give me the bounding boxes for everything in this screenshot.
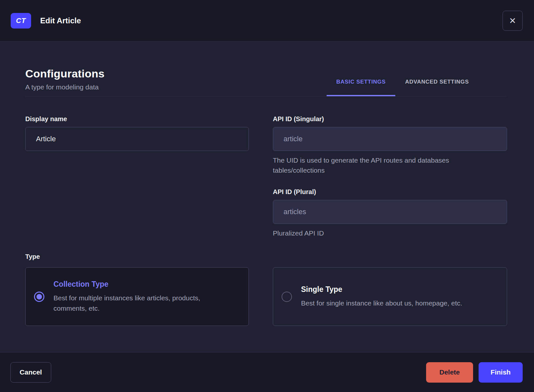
cancel-button[interactable]: Cancel <box>10 362 51 383</box>
type-label: Type <box>25 253 507 260</box>
api-id-singular-hint: The UID is used to generate the API rout… <box>273 155 482 175</box>
api-id-plural-field: API ID (Plural) Pluralized API ID <box>273 188 507 238</box>
close-button[interactable]: ✕ <box>503 11 523 31</box>
modal-header: CT Edit Article ✕ <box>0 0 534 41</box>
display-name-label: Display name <box>25 115 249 123</box>
display-name-field: Display name <box>25 115 249 238</box>
type-options: Collection Type Best for multiple instan… <box>25 267 507 326</box>
tab-basic-settings[interactable]: BASIC SETTINGS <box>327 73 395 96</box>
radio-selected-icon[interactable] <box>34 292 44 302</box>
single-type-description: Best for single instance like about us, … <box>301 298 462 308</box>
content-type-badge-icon: CT <box>11 13 31 29</box>
close-icon: ✕ <box>509 17 516 25</box>
option-text: Single Type Best for single instance lik… <box>301 285 462 308</box>
heading-row: Configurations A type for modeling data … <box>25 67 507 97</box>
modal-title: Edit Article <box>40 16 81 25</box>
api-id-plural-input <box>273 200 507 224</box>
modal-footer: Cancel Delete Finish <box>0 352 534 392</box>
api-id-plural-label: API ID (Plural) <box>273 188 507 196</box>
delete-button[interactable]: Delete <box>426 362 473 383</box>
page-subtitle: A type for modeling data <box>25 83 105 91</box>
collection-type-description: Best for multiple instances like article… <box>53 293 235 314</box>
configuration-form: Display name API ID (Singular) The UID i… <box>25 115 507 238</box>
modal-body: Configurations A type for modeling data … <box>0 41 534 352</box>
api-id-column: API ID (Singular) The UID is used to gen… <box>273 115 507 238</box>
collection-type-title: Collection Type <box>53 280 235 289</box>
api-id-singular-input <box>273 127 507 151</box>
tab-advanced-settings[interactable]: ADVANCED SETTINGS <box>395 73 479 96</box>
option-collection-type[interactable]: Collection Type Best for multiple instan… <box>25 267 249 326</box>
finish-button[interactable]: Finish <box>479 362 523 383</box>
api-id-plural-hint: Pluralized API ID <box>273 228 507 238</box>
radio-unselected-icon[interactable] <box>282 292 292 302</box>
single-type-title: Single Type <box>301 285 462 294</box>
settings-tabs: BASIC SETTINGS ADVANCED SETTINGS <box>327 73 479 96</box>
option-single-type[interactable]: Single Type Best for single instance lik… <box>273 267 507 326</box>
page-title: Configurations <box>25 67 105 80</box>
type-section: Type Collection Type Best for multiple i… <box>25 253 507 326</box>
heading-left: Configurations A type for modeling data <box>25 67 105 96</box>
display-name-input[interactable] <box>25 127 249 151</box>
option-text: Collection Type Best for multiple instan… <box>53 280 235 314</box>
api-id-singular-field: API ID (Singular) The UID is used to gen… <box>273 115 507 175</box>
edit-content-type-modal: CT Edit Article ✕ Configurations A type … <box>0 0 534 392</box>
api-id-singular-label: API ID (Singular) <box>273 115 507 123</box>
